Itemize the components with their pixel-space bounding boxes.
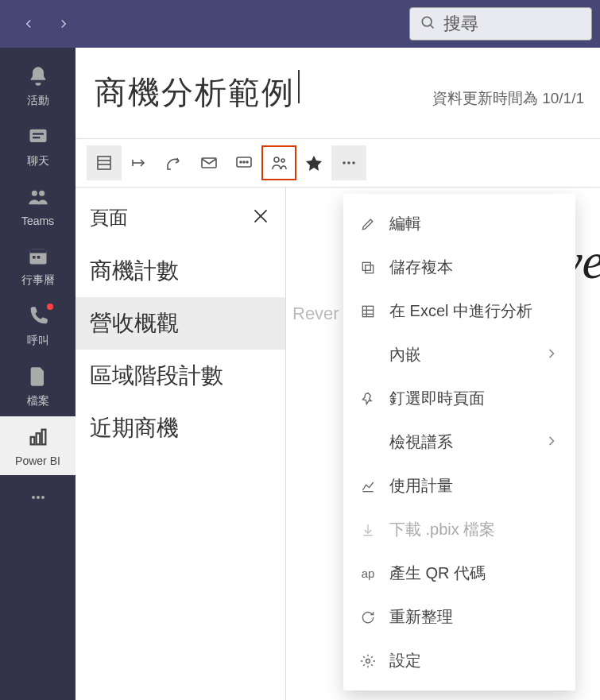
menu-item-edit[interactable]: 編輯: [343, 202, 575, 246]
rail-item-files[interactable]: 檔案: [0, 356, 75, 416]
menu-item-label: 下載 .pbix 檔案: [389, 519, 559, 540]
rail-label: Teams: [21, 215, 54, 227]
svg-rect-10: [37, 256, 40, 259]
menu-item-label: 儲存複本: [389, 257, 559, 278]
gear-icon: [359, 653, 377, 669]
rail-label: Power BI: [15, 454, 60, 467]
menu-item-label: 在 Excel 中進行分析: [389, 300, 559, 322]
svg-rect-4: [33, 137, 40, 138]
menu-item-usage-metrics[interactable]: 使用計量: [343, 464, 575, 508]
menu-item-save-copy[interactable]: 儲存複本: [343, 246, 575, 289]
calendar-icon: [27, 245, 49, 270]
menu-item-refresh[interactable]: 重新整理: [343, 595, 575, 639]
menu-item-label: 重新整理: [389, 606, 559, 628]
svg-rect-11: [30, 437, 34, 444]
top-bar: 搜尋: [0, 0, 600, 48]
chat-icon: [27, 126, 49, 151]
toolbar-comment-button[interactable]: [226, 145, 261, 180]
main-area: 商機分析範例 資料更新時間為 10/1/1: [75, 48, 600, 700]
bell-icon: [27, 65, 49, 91]
page-list-item[interactable]: 近期商機: [75, 402, 285, 454]
toolbar-pages-button[interactable]: [87, 145, 122, 180]
menu-item-settings[interactable]: 設定: [343, 639, 575, 683]
page-list-item[interactable]: 區域階段計數: [75, 350, 285, 402]
rail-item-teams[interactable]: Teams: [0, 176, 75, 235]
menu-item-label: 釘選即時頁面: [389, 388, 559, 409]
search-icon: [420, 14, 435, 33]
menu-item-label: 檢視譜系: [389, 431, 531, 453]
pin-icon: [359, 391, 377, 407]
excel-icon: [359, 304, 377, 319]
menu-item-pin[interactable]: 釘選即時頁面: [343, 377, 575, 420]
rail-item-calls[interactable]: 呼叫: [0, 296, 75, 356]
svg-rect-2: [29, 130, 46, 142]
toolbar-expand-button[interactable]: [122, 145, 157, 180]
menu-item-label: 使用計量: [389, 475, 559, 497]
svg-rect-13: [41, 430, 45, 445]
copy-icon: [359, 260, 377, 276]
rail-item-activity[interactable]: 活動: [0, 56, 75, 116]
nav-forward-button[interactable]: [49, 10, 78, 38]
svg-rect-12: [36, 433, 40, 444]
rail-label: 活動: [27, 94, 49, 108]
teams-icon: [27, 186, 49, 211]
svg-point-27: [274, 157, 279, 162]
text-cursor-icon: [298, 70, 300, 103]
rail-more-button[interactable]: [0, 475, 75, 520]
menu-item-lineage[interactable]: 檢視譜系: [343, 420, 575, 464]
svg-point-32: [352, 161, 355, 164]
menu-item-label: 產生 QR 代碼: [389, 563, 559, 584]
chevron-right-icon: [544, 346, 559, 365]
menu-item-generate-qr[interactable]: ap 產生 QR 代碼: [343, 551, 575, 595]
file-icon: [27, 365, 49, 391]
svg-point-24: [240, 161, 242, 163]
svg-point-14: [32, 496, 35, 499]
close-panel-button[interactable]: [250, 206, 271, 230]
svg-marker-29: [306, 156, 322, 171]
search-box[interactable]: 搜尋: [409, 7, 592, 41]
search-placeholder: 搜尋: [443, 12, 478, 36]
page-list-item[interactable]: 營收概觀: [75, 297, 285, 350]
rail-item-chat[interactable]: 聊天: [0, 116, 75, 176]
menu-item-label: 設定: [389, 650, 559, 671]
toolbar-share-button[interactable]: [157, 145, 192, 180]
report-toolbar: [75, 138, 600, 188]
nav-back-button[interactable]: [14, 10, 43, 38]
page-title: 商機分析範例: [95, 71, 295, 114]
toolbar-teams-share-button[interactable]: [261, 145, 296, 180]
download-icon: [359, 522, 377, 538]
pages-panel-title: 頁面: [90, 205, 128, 230]
qr-icon: ap: [359, 567, 377, 580]
svg-point-0: [422, 17, 432, 26]
svg-point-15: [37, 496, 40, 499]
svg-point-25: [243, 161, 245, 163]
toolbar-more-button[interactable]: [331, 145, 366, 180]
refresh-icon: [359, 609, 377, 625]
svg-point-30: [343, 161, 346, 164]
svg-point-16: [41, 496, 45, 499]
svg-rect-36: [362, 262, 370, 270]
rail-label: 檔案: [27, 394, 49, 408]
rail-label: 呼叫: [27, 334, 49, 348]
notification-dot-icon: [45, 302, 55, 311]
page-list-item[interactable]: 商機計數: [75, 245, 285, 297]
svg-point-28: [281, 159, 285, 162]
rail-item-calendar[interactable]: 行事曆: [0, 235, 75, 296]
svg-point-31: [347, 161, 350, 164]
menu-item-embed[interactable]: 內嵌: [343, 333, 575, 377]
pages-panel: 頁面 商機計數 營收概觀 區域階段計數 近期商機: [75, 188, 286, 700]
svg-point-44: [366, 659, 370, 663]
rail-label: 聊天: [27, 154, 49, 168]
svg-rect-17: [98, 157, 110, 169]
menu-item-analyze-excel[interactable]: 在 Excel 中進行分析: [343, 289, 575, 333]
svg-point-26: [246, 161, 248, 163]
app-rail: 活動 聊天 Teams 行事曆 呼叫: [0, 48, 75, 700]
svg-rect-8: [29, 249, 46, 253]
rail-item-powerbi[interactable]: Power BI: [0, 416, 75, 475]
svg-point-5: [31, 191, 37, 196]
svg-point-6: [39, 191, 45, 196]
chart-icon: [359, 478, 377, 494]
svg-line-1: [431, 25, 434, 29]
toolbar-favorite-button[interactable]: [296, 145, 331, 180]
toolbar-mail-button[interactable]: [192, 145, 226, 180]
